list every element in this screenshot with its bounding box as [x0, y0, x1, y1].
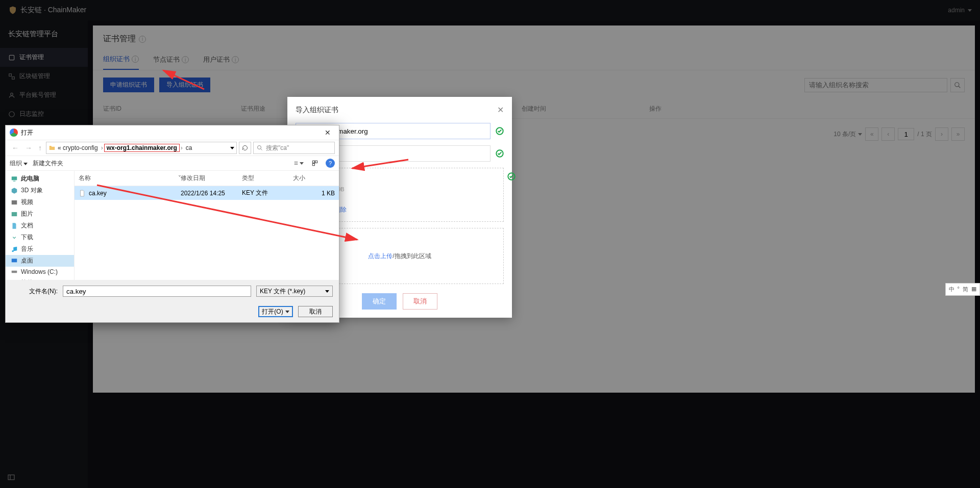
new-folder-button[interactable]: 新建文件夹 [33, 159, 63, 168]
file-type-filter[interactable]: KEY 文件 (*.key) [256, 286, 333, 297]
organize-menu[interactable]: 组织 [10, 159, 28, 168]
tree-item[interactable]: Windows (C:) [6, 267, 74, 277]
sidebar-item-log[interactable]: 日志监控 [0, 105, 88, 123]
tab-user-cert[interactable]: 用户证书i [203, 49, 239, 70]
forward-icon[interactable]: → [23, 143, 34, 153]
col-date[interactable]: 修改日期 [181, 174, 242, 183]
search-icon[interactable] [950, 78, 965, 92]
tree-item[interactable]: 文档 [6, 220, 74, 232]
tab-org-cert[interactable]: 组织证书i [103, 49, 139, 70]
back-icon[interactable]: ← [10, 143, 21, 153]
user-name: admin [948, 7, 965, 14]
chevron-down-icon[interactable] [230, 147, 234, 149]
sidebar-collapse-icon[interactable] [7, 473, 15, 483]
close-icon[interactable]: ✕ [497, 105, 504, 115]
check-icon [496, 149, 504, 158]
sidebar-label: 区块链管理 [19, 72, 50, 81]
top-header: 长安链 · ChainMaker admin [0, 0, 980, 20]
prev-page-button[interactable]: ‹ [881, 127, 895, 141]
col-type[interactable]: 类型 [242, 174, 293, 183]
close-icon[interactable]: ✕ [321, 129, 335, 137]
chevron-right-icon: › [180, 144, 184, 151]
import-cert-button[interactable]: 导入组织证书 [159, 78, 210, 92]
col-cert-id: 证书ID [103, 105, 241, 113]
col-name[interactable]: 名称ˇ [79, 174, 181, 183]
folder-icon [48, 144, 56, 151]
svg-line-8 [959, 86, 961, 88]
sidebar-label: 日志监控 [19, 110, 44, 118]
tree-item[interactable]: 此电脑 [6, 173, 74, 185]
view-list-icon[interactable] [293, 158, 304, 169]
file-list-header: 名称ˇ 修改日期 类型 大小 [75, 171, 339, 186]
disk-icon [11, 268, 18, 275]
filename-input[interactable] [63, 286, 251, 297]
sidebar-label: 证书管理 [19, 53, 44, 62]
sidebar-item-chain[interactable]: 区块链管理 [0, 67, 88, 86]
dl-icon [11, 234, 18, 241]
svg-rect-25 [12, 259, 17, 262]
col-size[interactable]: 大小 [293, 174, 335, 183]
svg-rect-22 [12, 200, 17, 204]
svg-point-3 [11, 93, 13, 95]
svg-rect-19 [312, 164, 314, 166]
breadcrumb-segment[interactable]: ca [184, 144, 194, 151]
address-bar[interactable]: « crypto-config › wx-org1.chainmaker.org… [46, 142, 237, 154]
info-icon: i [132, 56, 139, 63]
file-list: 名称ˇ 修改日期 类型 大小 ca.key2022/1/26 14:25KEY … [75, 171, 339, 280]
page-title: 证书管理 i [103, 34, 965, 44]
up-icon[interactable]: ↑ [36, 143, 44, 153]
ime-indicator[interactable]: 中°简▦ [945, 283, 980, 296]
upload-link[interactable]: 点击上传 [368, 252, 393, 260]
chevron-down-icon [325, 290, 329, 293]
svg-line-13 [261, 149, 262, 150]
help-icon[interactable]: ? [326, 159, 335, 168]
tree-item[interactable]: 图片 [6, 208, 74, 220]
search-placeholder: 搜索"ca" [266, 144, 289, 152]
tabs: 组织证书i 节点证书i 用户证书i [93, 49, 975, 70]
breadcrumb-segment-highlight[interactable]: wx-org1.chainmaker.org [104, 144, 180, 152]
search-input[interactable] [804, 78, 947, 92]
page-size-select[interactable]: 10 条/页 [834, 130, 862, 139]
page-input[interactable] [898, 128, 914, 140]
tree-item[interactable]: 下载 [6, 232, 74, 243]
sidebar-item-cert[interactable]: 证书管理 [0, 48, 88, 67]
breadcrumb-segment[interactable]: « crypto-config [56, 144, 100, 151]
cancel-button[interactable]: 取消 [403, 293, 437, 310]
user-icon [8, 92, 15, 99]
search-icon [257, 145, 263, 151]
last-page-button[interactable]: » [951, 127, 965, 141]
open-button[interactable]: 打开(O) [258, 306, 293, 317]
chevron-down-icon [858, 133, 862, 136]
tree-item[interactable]: 视频 [6, 196, 74, 208]
info-icon[interactable]: i [139, 36, 146, 43]
svg-rect-2 [12, 76, 15, 79]
next-page-button[interactable]: › [935, 127, 948, 141]
music-icon [11, 246, 18, 253]
tab-node-cert[interactable]: 节点证书i [153, 49, 189, 70]
tree-item[interactable]: 桌面 [6, 255, 74, 267]
svg-rect-20 [12, 176, 17, 180]
view-grid-icon[interactable] [309, 158, 321, 169]
info-icon: i [182, 56, 189, 63]
confirm-button[interactable]: 确定 [362, 293, 397, 310]
tree-item[interactable]: 音乐 [6, 243, 74, 255]
svg-point-24 [12, 250, 14, 252]
dialog-search[interactable]: 搜索"ca" [253, 142, 335, 154]
check-icon [507, 172, 516, 182]
dialog-titlebar[interactable]: 打开 ✕ [6, 125, 339, 140]
dialog-cancel-button[interactable]: 取消 [298, 306, 333, 317]
dialog-title: 打开 [21, 129, 33, 137]
sidebar-item-account[interactable]: 平台账号管理 [0, 86, 88, 105]
refresh-icon[interactable] [239, 142, 251, 154]
first-page-button[interactable]: « [865, 127, 878, 141]
log-icon [8, 111, 15, 118]
file-row[interactable]: ca.key2022/1/26 14:25KEY 文件1 KB [75, 186, 339, 200]
apply-cert-button[interactable]: 申请组织证书 [103, 78, 154, 92]
folder-tree: 此电脑3D 对象视频图片文档下载音乐桌面Windows (C:)软件 (D:)娱… [6, 171, 75, 280]
pc-icon [11, 175, 18, 183]
svg-rect-5 [8, 475, 14, 479]
desktop-icon [11, 258, 18, 265]
tree-item[interactable]: 3D 对象 [6, 185, 74, 196]
user-menu[interactable]: admin [948, 7, 972, 14]
check-icon [496, 127, 504, 135]
